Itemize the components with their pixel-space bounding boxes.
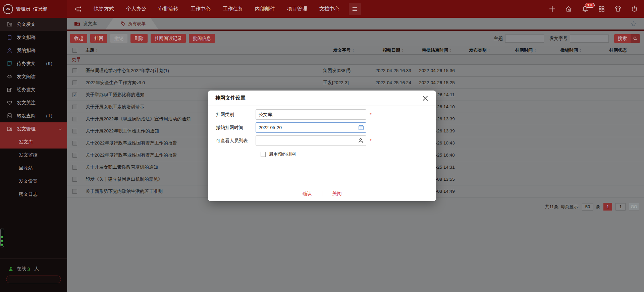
sidebar-item-zhuanfa-chayue[interactable]: 转发查阅 （1） — [0, 109, 67, 122]
row-subject[interactable]: 2022年安全生产工作方案v3.0 — [80, 80, 317, 86]
power-icon[interactable] — [631, 5, 638, 12]
viewer-list-input[interactable] — [256, 135, 366, 146]
col-draft-date[interactable]: 拟稿日期▲▼ — [371, 47, 416, 53]
select-all-checkbox[interactable] — [72, 48, 77, 53]
sidebar-item-wode-nigao[interactable]: 我的拟稿 — [0, 44, 67, 57]
tab-all-forms[interactable]: 所有表单 — [106, 18, 159, 30]
row-draft-date: 2022-04-25 16:24 — [371, 80, 416, 85]
sidebar-subitem-huishouzhan[interactable]: 回收站 — [0, 162, 67, 175]
col-publish-type[interactable]: 发布类别▲▼ — [458, 47, 501, 53]
eye-icon — [7, 74, 12, 79]
close-button[interactable]: 关闭 — [332, 191, 342, 197]
row-subject[interactable]: 医保局理论学习中心组2022年学习计划(1) — [80, 68, 317, 74]
nav-item-approval-flow[interactable]: 审批流转 — [158, 6, 178, 12]
nav-item-personal-office[interactable]: 个人办公 — [126, 6, 146, 12]
sidebar-item-fawen-guanli[interactable]: 发文管理 — [0, 122, 67, 135]
docno-filter-input[interactable] — [570, 35, 609, 43]
delete-button[interactable]: 删除 — [130, 34, 148, 43]
tab-fawenku[interactable]: 发文库 — [71, 21, 97, 27]
nav-item-work-center[interactable]: 工作中心 — [191, 6, 211, 12]
brand-area: ∞ 管理员 -信息部 — [0, 0, 67, 18]
home-icon[interactable] — [565, 5, 572, 12]
calendar-icon[interactable] — [358, 125, 364, 130]
row-checkbox[interactable] — [72, 129, 77, 133]
plus-icon[interactable] — [549, 5, 556, 12]
row-checkbox[interactable] — [72, 68, 77, 73]
hamburger-icon — [352, 6, 358, 12]
sidebar-item-fawen-yuedu[interactable]: 发文阅读 — [0, 70, 67, 83]
sidebar-scroll-indicator[interactable] — [0, 228, 4, 247]
read-record-button[interactable]: 挂网阅读记录 — [151, 34, 186, 43]
col-revoke-time[interactable]: 撤销时间▲▼ — [550, 47, 592, 53]
revoke-button[interactable]: 撤销 — [110, 34, 127, 43]
go-button[interactable]: GO — [629, 203, 639, 211]
search-button[interactable]: 搜索 — [614, 34, 640, 43]
docno-filter-label: 发文字号 — [549, 36, 568, 42]
sidebar-item-fawen-guanzhu[interactable]: 发文关注 — [0, 96, 67, 109]
col-publish-status: 挂网状态 — [592, 47, 644, 53]
row-docno: 工发[2022-3] — [317, 80, 371, 86]
red-folder-icon — [74, 21, 80, 26]
revoke-time-input[interactable] — [256, 122, 366, 133]
nav-item-project-mgmt[interactable]: 项目管理 — [287, 6, 307, 12]
current-page-button[interactable]: 1 — [603, 203, 612, 211]
nav-item-internal-mail[interactable]: 内部邮件 — [255, 6, 275, 12]
note-pen-icon — [7, 87, 12, 93]
col-approval-end[interactable]: 审批结束时间▲▼ — [416, 47, 458, 53]
sidebar-collapse-icon[interactable] — [74, 5, 82, 13]
table-row[interactable]: 医保局理论学习中心组2022年学习计划(1) 集团发[038]号 2022-04… — [67, 65, 644, 77]
checkbox-box[interactable] — [261, 152, 266, 157]
close-icon[interactable] — [422, 95, 429, 102]
sidebar-subitem-fawenku[interactable]: 发文库 — [0, 135, 67, 149]
doc-edit-icon — [7, 61, 12, 66]
sidebar-item-fawen-nigao[interactable]: 发文拟稿 — [0, 31, 67, 44]
nav-item-shortcuts[interactable]: 快捷方式 — [94, 6, 114, 12]
sidebar-subitem-fawen-jiankong[interactable]: 发文监控 — [0, 149, 67, 162]
row-checkbox[interactable] — [72, 105, 77, 109]
row-checkbox[interactable] — [72, 165, 77, 170]
col-docno[interactable]: 发文字号▲▼ — [317, 47, 371, 53]
sidebar-item-label: 转发查阅 — [17, 113, 36, 119]
confirm-button[interactable]: 确认 — [303, 191, 312, 197]
collapse-button[interactable]: 收起 — [70, 34, 87, 43]
row-checkbox[interactable] — [72, 117, 77, 121]
favorite-star-icon[interactable] — [631, 21, 637, 27]
row-checkbox[interactable] — [72, 153, 77, 158]
sidebar-search — [6, 276, 61, 283]
sidebar-item-label: 发文管理 — [17, 126, 36, 132]
publish-category-input[interactable] — [256, 109, 366, 120]
notification-badge: 99+ — [585, 3, 595, 8]
subject-filter-input[interactable] — [505, 35, 544, 43]
sidebar-subitem-fawen-shezhi[interactable]: 发文设置 — [0, 175, 67, 188]
row-checkbox[interactable] — [72, 177, 77, 182]
sort-icon: ▲▼ — [401, 49, 404, 52]
nav-more-button[interactable] — [349, 3, 361, 15]
table-row[interactable]: 2022年安全生产工作方案v3.0 工发[2022-3] 2022-04-25 … — [67, 77, 644, 89]
publish-button[interactable]: 挂网 — [90, 34, 107, 43]
field-label: 撤销挂网时间 — [216, 125, 256, 131]
sidebar-search-input[interactable] — [6, 277, 65, 282]
sidebar-subitem-miwen-rizhi[interactable]: 密文日志 — [0, 188, 67, 201]
group-row-earlier[interactable]: 更早 — [67, 55, 644, 65]
row-approval-end: 2022-04-26 15:36 — [416, 68, 458, 73]
schedule-publish-checkbox[interactable]: 启用预约挂网 — [258, 151, 296, 157]
sidebar-item-daiban-fawen[interactable]: 待办发文 （9） — [0, 57, 67, 70]
page-size-input[interactable] — [582, 203, 593, 211]
row-checkbox[interactable] — [72, 93, 77, 97]
col-subject[interactable]: 主题▲▼ — [80, 47, 317, 53]
tshirt-icon[interactable] — [614, 5, 622, 12]
apps-grid-icon[interactable] — [598, 5, 605, 12]
bell-icon[interactable]: 99+ — [582, 5, 589, 12]
row-checkbox[interactable] — [72, 189, 77, 194]
sidebar-item-jingban-fawen[interactable]: 经办发文 — [0, 83, 67, 96]
person-add-icon[interactable] — [358, 138, 364, 143]
tab-active-label: 所有表单 — [128, 21, 146, 27]
row-checkbox[interactable] — [72, 80, 77, 85]
page-jump-input[interactable] — [615, 203, 626, 211]
nav-item-doc-center[interactable]: 文档中心 — [319, 6, 339, 12]
nav-item-work-tasks[interactable]: 工作任务 — [223, 6, 243, 12]
review-info-button[interactable]: 批阅信息 — [189, 34, 215, 43]
col-publish-time[interactable]: 挂网时间▲▼ — [501, 47, 550, 53]
row-checkbox[interactable] — [72, 141, 77, 145]
sidebar-item-gongwen-fawen[interactable]: 公文发文 — [0, 18, 67, 31]
